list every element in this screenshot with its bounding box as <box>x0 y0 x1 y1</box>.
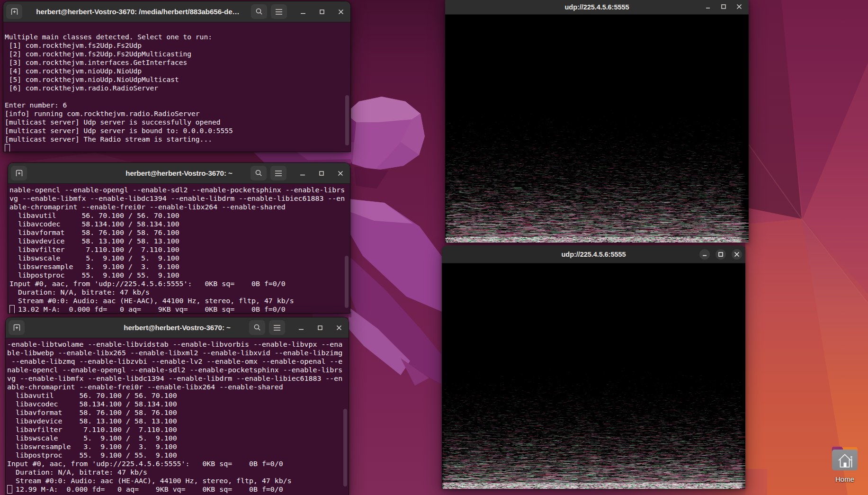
terminal3-titlebar[interactable]: herbert@herbert-Vostro-3670: ~ <box>6 317 349 338</box>
close-button[interactable] <box>333 322 345 333</box>
player2-title: udp://225.4.5.6:5555 <box>508 245 679 263</box>
player1-video[interactable] <box>445 15 749 243</box>
menu-button[interactable] <box>269 320 285 335</box>
terminal2-scrollbar-thumb[interactable] <box>345 256 349 308</box>
player2-video[interactable] <box>442 263 745 489</box>
maximize-icon <box>317 324 323 331</box>
terminal1-cursor <box>5 144 10 152</box>
hamburger-icon <box>273 324 281 331</box>
terminal3-cursor <box>7 485 12 494</box>
close-button[interactable] <box>733 0 745 13</box>
player1-title: udp://225.4.5.6:5555 <box>511 0 682 14</box>
terminal1-titlebar[interactable]: herbert@herbert-Vostro-3670: /media/herb… <box>3 1 350 22</box>
close-icon <box>337 170 344 177</box>
terminal3-screen[interactable]: -enable-libtwolame --enable-libvidstab -… <box>6 338 349 495</box>
hamburger-icon <box>275 170 282 177</box>
close-button[interactable] <box>335 6 347 18</box>
maximize-icon <box>318 170 325 177</box>
terminal2-text: nable-opencl --enable-opengl --enable-sd… <box>8 184 350 313</box>
maximize-button[interactable] <box>314 322 326 333</box>
terminal1-title: herbert@herbert-Vostro-3670: /media/herb… <box>22 1 253 22</box>
maximize-button[interactable] <box>717 0 730 13</box>
terminal1-text: Multiple main classes detected. Select o… <box>3 22 350 144</box>
maximize-icon <box>319 9 325 15</box>
terminal2-titlebar[interactable]: herbert@herbert-Vostro-3670: ~ <box>8 163 350 184</box>
player1-titlebar[interactable]: udp://225.4.5.6:5555 <box>445 0 749 15</box>
new-tab-icon <box>13 324 21 332</box>
minimize-button[interactable] <box>702 0 714 13</box>
menu-button[interactable] <box>271 4 287 19</box>
terminal3-text: -enable-libtwolame --enable-libvidstab -… <box>6 338 349 494</box>
minimize-icon <box>298 324 304 331</box>
maximize-icon <box>720 3 727 10</box>
player2-titlebar[interactable]: udp://225.4.5.6:5555 <box>442 245 745 263</box>
home-icon-label: Home <box>835 475 854 483</box>
terminal-window-2: herbert@herbert-Vostro-3670: ~ <box>8 162 350 314</box>
folder-icon <box>831 446 859 471</box>
terminal2-screen[interactable]: nable-opencl --enable-opengl --enable-sd… <box>8 184 350 313</box>
terminal1-scrollbar-thumb[interactable] <box>345 95 349 145</box>
minimize-icon <box>300 9 306 15</box>
minimize-icon <box>701 251 708 258</box>
hamburger-icon <box>275 9 283 15</box>
close-button[interactable] <box>335 168 346 179</box>
new-tab-button[interactable] <box>6 4 22 19</box>
minimize-icon <box>299 170 306 177</box>
close-button[interactable] <box>732 249 742 260</box>
minimize-icon <box>705 3 711 10</box>
close-icon <box>736 3 743 10</box>
new-tab-button[interactable] <box>11 166 27 180</box>
home-folder-icon[interactable]: Home <box>822 446 868 483</box>
terminal-window-1: herbert@herbert-Vostro-3670: /media/herb… <box>3 1 351 152</box>
maximize-button[interactable] <box>316 6 328 18</box>
menu-button[interactable] <box>270 166 286 180</box>
terminal2-title: herbert@herbert-Vostro-3670: ~ <box>96 163 262 183</box>
spectrum-canvas <box>445 15 749 243</box>
search-icon <box>255 169 263 177</box>
minimize-button[interactable] <box>297 168 308 179</box>
search-icon <box>255 8 263 16</box>
terminal-window-3: herbert@herbert-Vostro-3670: ~ <box>5 317 349 495</box>
terminal3-scrollbar-thumb[interactable] <box>343 409 347 486</box>
player-window-1: udp://225.4.5.6:5555 <box>445 0 749 243</box>
minimize-button[interactable] <box>295 322 307 333</box>
maximize-icon <box>717 251 724 258</box>
search-button[interactable] <box>251 166 267 180</box>
maximize-button[interactable] <box>316 168 327 179</box>
close-icon <box>336 324 342 331</box>
close-icon <box>734 251 740 258</box>
terminal2-cursor <box>9 305 15 313</box>
new-tab-icon <box>10 8 18 16</box>
maximize-button[interactable] <box>716 249 726 260</box>
player-window-2: udp://225.4.5.6:5555 <box>442 245 745 489</box>
search-button[interactable] <box>249 320 265 335</box>
spectrum-canvas <box>442 263 745 489</box>
minimize-button[interactable] <box>699 249 710 260</box>
terminal1-screen[interactable]: Multiple main classes detected. Select o… <box>3 22 350 152</box>
search-icon <box>253 324 261 332</box>
minimize-button[interactable] <box>297 6 309 18</box>
terminal3-title: herbert@herbert-Vostro-3670: ~ <box>93 317 261 338</box>
new-tab-button[interactable] <box>9 320 25 335</box>
search-button[interactable] <box>251 4 267 19</box>
new-tab-icon <box>15 169 23 177</box>
close-icon <box>338 9 344 15</box>
